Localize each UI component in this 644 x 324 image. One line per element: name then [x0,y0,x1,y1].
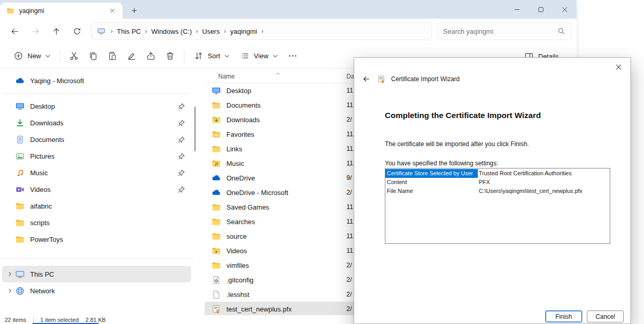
breadcrumb-users[interactable]: Users [202,28,220,35]
ellipsis-icon [288,51,298,61]
selection-count: 1 item selected [41,317,79,323]
settings-row-certificate-store-selected-by-user[interactable]: Certificate Store Selected by UserTruste… [385,169,610,178]
sidebar-item-documents[interactable]: Documents [2,131,191,148]
folder-icon [15,201,25,211]
settings-row-content[interactable]: ContentPFX [385,178,610,187]
finish-button[interactable]: Finish [545,310,582,322]
settings-table[interactable]: Certificate Store Selected by UserTruste… [385,168,610,244]
rename-button[interactable] [122,47,141,65]
folder-star-icon [211,129,221,139]
settings-row-file-name[interactable]: File NameC:\Users\yaqingmi\test_cert_new… [385,187,610,196]
pin-icon [178,120,185,126]
tab-bar: yaqingmi [0,0,576,19]
dialog-title: Certificate Import Wizard [391,75,460,83]
minimize-button[interactable] [505,0,529,19]
sidebar-item-downloads[interactable]: Downloads [2,114,191,131]
chevron-right-icon[interactable]: › [196,28,198,34]
sidebar-item-yaqing-microsoft[interactable]: Yaqing - Microsoft [2,72,191,89]
pin-icon [178,186,185,193]
chevron-spacer [7,136,15,142]
sidebar-item-aifabric[interactable]: aifabric [2,198,191,214]
search-box[interactable] [437,22,571,40]
folder-video-icon [211,246,221,256]
paste-button[interactable] [103,47,122,65]
chevron-right-icon[interactable]: › [145,28,147,34]
folder-music-icon [211,159,221,169]
forward-button[interactable] [25,22,46,41]
copy-button[interactable] [84,47,103,65]
pictures-icon [15,151,25,161]
chevron-right-icon[interactable]: › [111,28,113,34]
new-tab-button[interactable] [127,3,141,18]
view-button-label: View [254,52,269,60]
chevron-right-icon[interactable] [7,288,15,294]
column-header-name[interactable]: Name [218,73,235,80]
search-icon[interactable] [557,27,566,35]
chevron-right-icon[interactable]: › [261,28,263,34]
sidebar-item-label: aifabric [30,202,52,210]
pin-icon [178,153,185,160]
file-name: .gitconfig [226,276,253,284]
file-gear-icon [211,275,221,285]
more-options-button[interactable] [283,47,302,65]
folder-icon [211,144,221,154]
setting-key: Content [385,178,478,187]
share-icon [146,51,156,61]
sidebar-item-pictures[interactable]: Pictures [2,148,191,164]
settings-label: You have specified the following setting… [385,160,498,167]
sidebar-item-this-pc[interactable]: This PC [2,266,191,282]
explorer-tab[interactable]: yaqingmi [0,3,123,19]
sidebar-item-powertoys[interactable]: PowerToys [2,231,191,248]
breadcrumb[interactable]: › This PC › Windows (C:) › Users › yaqin… [91,22,432,40]
file-name: Saved Games [226,203,269,211]
item-count: 22 items [5,317,26,323]
sort-button-label: Sort [208,52,220,60]
pin-icon [178,170,185,176]
sidebar-item-label: This PC [30,270,54,278]
wizard-heading: Completing the Certificate Import Wizard [385,111,541,120]
cloud-icon [211,188,221,198]
up-button[interactable] [46,22,66,41]
wizard-intro-text: The certificate will be imported after y… [385,140,529,148]
chevron-right-icon[interactable]: › [224,28,226,34]
chevron-down-icon [224,55,230,58]
breadcrumb-this-pc[interactable]: This PC [117,28,141,35]
file-name: Desktop [226,87,251,95]
sidebar-item-desktop[interactable]: Desktop [2,98,191,114]
sidebar-item-network[interactable]: Network [2,282,191,299]
file-name: Videos [226,247,247,255]
file-name: Music [226,160,244,167]
navigation-bar: › This PC › Windows (C:) › Users › yaqin… [0,19,576,44]
sort-button[interactable]: Sort [189,47,235,65]
this-pc-icon [97,27,105,35]
sidebar-item-videos[interactable]: Videos [2,181,191,198]
cut-button[interactable] [64,47,84,65]
sidebar-item-label: Pictures [30,152,55,160]
sidebar-item-scripts[interactable]: scripts [2,214,191,231]
folder-icon [15,218,25,228]
share-button[interactable] [141,47,160,65]
maximize-button[interactable] [529,0,553,19]
dialog-close-button[interactable] [610,60,627,74]
dialog-back-button[interactable] [360,73,372,85]
new-button[interactable]: New [8,47,56,65]
breadcrumb-yaqingmi[interactable]: yaqingmi [230,28,257,35]
chevron-right-icon[interactable] [7,271,15,277]
delete-button[interactable] [160,47,180,65]
sidebar-scrollbar[interactable] [194,107,196,151]
cancel-button[interactable]: Cancel [587,310,624,322]
refresh-button[interactable] [66,22,87,41]
close-button[interactable] [553,0,576,19]
back-button[interactable] [4,22,25,41]
file-name: Favorites [226,131,254,138]
sidebar-item-label: Documents [30,136,64,144]
breadcrumb-windows-c[interactable]: Windows (C:) [151,28,192,35]
screen: yaqingmi [0,0,644,324]
setting-value: Trusted Root Certification Authorities [478,169,572,178]
view-button[interactable]: View [235,47,283,65]
tab-close-icon[interactable] [107,6,117,16]
search-input[interactable] [443,28,557,35]
plus-circle-icon [14,51,23,61]
sidebar-item-music[interactable]: Music [2,164,191,181]
folder-icon [211,217,221,227]
